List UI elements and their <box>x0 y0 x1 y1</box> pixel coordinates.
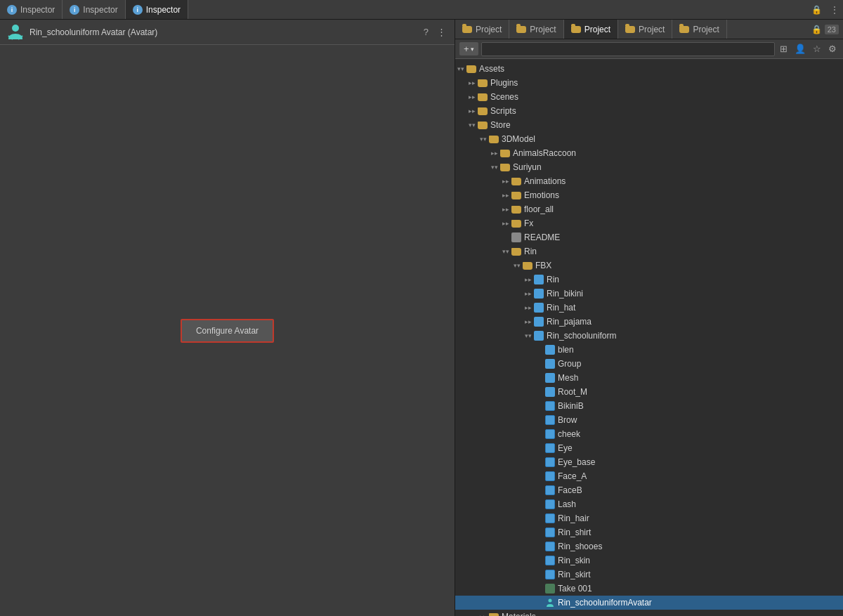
tree-item-mesh[interactable]: Mesh <box>455 371 843 385</box>
inspector-header: Rin_schooluniform Avatar (Avatar) ? ⋮ <box>0 20 455 45</box>
project-tab-1-label: Project <box>476 25 502 34</box>
add-button[interactable]: + ▾ <box>459 42 478 55</box>
expand-arrow-rin-pajama[interactable]: ▸ <box>523 316 534 327</box>
expand-arrow-rin-hat[interactable]: ▸ <box>523 302 534 313</box>
tree-item-rin[interactable]: ▾Rin <box>455 244 843 258</box>
project-tab-5[interactable]: Project <box>672 20 726 39</box>
tree-item-animalsraccoon[interactable]: ▸AnimalsRaccoon <box>455 146 843 160</box>
tree-item-animations[interactable]: ▸Animations <box>455 174 843 188</box>
tree-item-rin-hat[interactable]: ▸Rin_hat <box>455 301 843 315</box>
filter-button[interactable]: 👤 <box>792 43 808 55</box>
tab-inspector-1[interactable]: i Inspector <box>0 0 63 19</box>
lock-icon[interactable]: 🔒 <box>807 0 826 19</box>
tree-label-group: Group <box>558 359 581 369</box>
star-button[interactable]: ☆ <box>811 43 823 55</box>
tree-item-rin-hair[interactable]: Rin_hair <box>455 511 843 525</box>
tree-label-mesh: Mesh <box>558 373 578 383</box>
configure-avatar-button[interactable]: Configure Avatar <box>181 319 274 343</box>
expand-arrow-mesh <box>534 372 545 384</box>
inspector-panel: Rin_schooluniform Avatar (Avatar) ? ⋮ Co… <box>0 20 455 616</box>
tree-item-scripts[interactable]: ▸Scripts <box>455 104 843 118</box>
tree-item-face-a[interactable]: Face_A <box>455 469 843 483</box>
expand-arrow-scenes[interactable]: ▸ <box>466 91 478 103</box>
tree-item-rin-pajama[interactable]: ▸Rin_pajama <box>455 315 843 329</box>
badge-count: 23 <box>825 25 839 34</box>
expand-arrow-plugins[interactable]: ▸ <box>466 77 478 89</box>
add-chevron: ▾ <box>471 46 474 53</box>
tree-item-3dmodel[interactable]: ▾3DModel <box>455 132 843 146</box>
tree-item-cheek[interactable]: cheek <box>455 427 843 441</box>
lock-icon-project[interactable]: 🔒 <box>811 25 822 34</box>
tree-item-rin-shirt[interactable]: Rin_shirt <box>455 525 843 539</box>
tree-item-eye-base[interactable]: Eye_base <box>455 455 843 469</box>
expand-arrow-rin-skirt <box>534 569 545 580</box>
tree-item-readme[interactable]: README <box>455 230 843 244</box>
tree-item-rin-shooes[interactable]: Rin_shooes <box>455 539 843 553</box>
tree-item-brow[interactable]: Brow <box>455 413 843 427</box>
folder-icon-tab-5 <box>679 26 689 33</box>
expand-arrow-assets[interactable]: ▾ <box>455 63 466 74</box>
tree-label-rin: Rin <box>524 247 537 256</box>
tree-item-materials[interactable]: ▸Materials <box>455 610 843 616</box>
view-toggle-button[interactable]: ⊞ <box>778 43 790 55</box>
settings-button[interactable]: ⚙ <box>826 43 839 55</box>
tree-item-blen[interactable]: blen <box>455 343 843 357</box>
tree-item-rin-skirt[interactable]: Rin_skirt <box>455 568 843 582</box>
tree-item-plugins[interactable]: ▸Plugins <box>455 76 843 90</box>
tree-item-assets[interactable]: ▾Assets <box>455 62 843 76</box>
project-tab-1[interactable]: Project <box>455 20 509 39</box>
tree-item-emotions[interactable]: ▸Emotions <box>455 188 843 202</box>
tree-item-scenes[interactable]: ▸Scenes <box>455 90 843 104</box>
expand-arrow-rin[interactable]: ▾ <box>500 246 511 257</box>
tree-item-fbx[interactable]: ▾FBX <box>455 258 843 273</box>
expand-arrow-suriyun[interactable]: ▾ <box>489 162 500 173</box>
expand-arrow-fbx[interactable]: ▾ <box>511 260 523 271</box>
search-input[interactable] <box>481 42 775 56</box>
project-tab-3[interactable]: Project <box>564 20 618 39</box>
expand-arrow-rin-skin <box>534 555 545 566</box>
project-tab-2[interactable]: Project <box>509 20 563 39</box>
tree-item-fx[interactable]: ▸Fx <box>455 216 843 230</box>
project-panel: Project Project Project Project Project … <box>455 20 843 616</box>
expand-arrow-rin-schooluniform[interactable]: ▾ <box>523 330 534 341</box>
expand-arrow-rin-bikini[interactable]: ▸ <box>523 288 534 299</box>
tree-item-store[interactable]: ▾Store <box>455 118 843 132</box>
tree-label-assets: Assets <box>479 64 504 74</box>
tab-inspector-1-label: Inspector <box>20 5 55 15</box>
tree-item-rin-skin[interactable]: Rin_skin <box>455 553 843 568</box>
expand-arrow-3dmodel[interactable]: ▾ <box>478 133 489 145</box>
tree-label-fbx: FBX <box>535 261 551 270</box>
tree-item-lash[interactable]: Lash <box>455 497 843 511</box>
tree-item-floor_all[interactable]: ▸floor_all <box>455 202 843 216</box>
tree-item-faceb[interactable]: FaceB <box>455 483 843 497</box>
tree-label-rin-hair: Rin_hair <box>558 513 589 523</box>
tree-item-take001[interactable]: Take 001 <box>455 582 843 596</box>
more-options-icon[interactable]: ⋮ <box>826 0 843 19</box>
expand-arrow-scripts[interactable]: ▸ <box>466 105 478 117</box>
tree-item-rin-schooluniform[interactable]: ▾Rin_schooluniform <box>455 329 843 343</box>
expand-arrow-emotions[interactable]: ▸ <box>500 190 511 201</box>
tree-item-rin-schooluniform-avatar[interactable]: Rin_schooluniformAvatar <box>455 596 843 610</box>
tree-label-rin-schooluniform: Rin_schooluniform <box>547 331 616 341</box>
tree-item-eye[interactable]: Eye <box>455 441 843 455</box>
expand-arrow-animations[interactable]: ▸ <box>500 176 511 187</box>
project-tab-4[interactable]: Project <box>618 20 672 39</box>
expand-arrow-floor_all[interactable]: ▸ <box>500 204 511 215</box>
tree-item-root-m[interactable]: Root_M <box>455 385 843 399</box>
tree-item-group[interactable]: Group <box>455 357 843 371</box>
expand-arrow-materials[interactable]: ▸ <box>478 611 489 616</box>
tree-item-bikinib[interactable]: BikiniB <box>455 399 843 413</box>
tree-item-rin-bikini[interactable]: ▸Rin_bikini <box>455 287 843 301</box>
tab-inspector-3[interactable]: i Inspector <box>126 0 188 19</box>
tree-item-rin-model[interactable]: ▸Rin <box>455 273 843 287</box>
expand-arrow-root-m <box>534 386 545 398</box>
inspector-help-button[interactable]: ? <box>421 25 431 39</box>
expand-arrow-fx[interactable]: ▸ <box>500 218 511 229</box>
expand-arrow-rin-model[interactable]: ▸ <box>523 274 534 285</box>
tree-item-suriyun[interactable]: ▾Suriyun <box>455 160 843 174</box>
tab-inspector-2[interactable]: i Inspector <box>63 0 125 19</box>
expand-arrow-store[interactable]: ▾ <box>466 119 478 131</box>
inspector-more-button[interactable]: ⋮ <box>434 25 449 39</box>
tab-spacer <box>188 0 807 19</box>
expand-arrow-animalsraccoon[interactable]: ▸ <box>489 148 500 159</box>
